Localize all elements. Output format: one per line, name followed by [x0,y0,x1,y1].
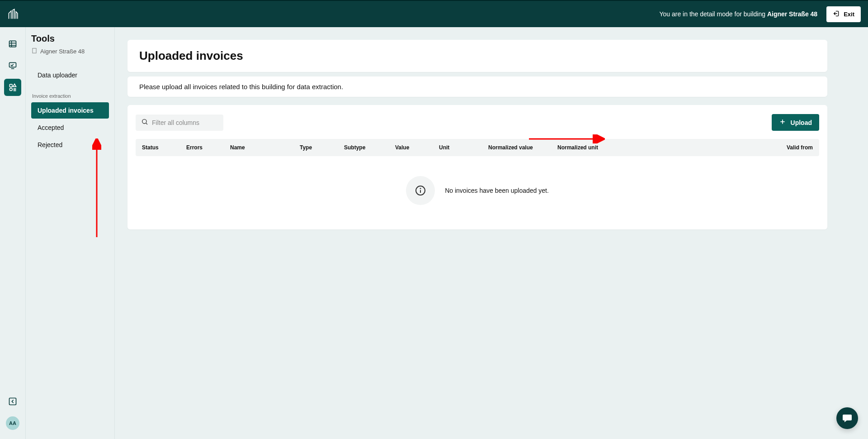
page-title: Uploaded invoices [139,49,816,63]
help-text: Please upload all invoices related to th… [139,83,343,91]
svg-line-22 [146,123,147,124]
info-icon [406,176,435,205]
top-bar: You are in the detail mode for building … [0,0,868,27]
sidebar-item-rejected[interactable]: Rejected [31,137,109,153]
table-header: Status Errors Name Type Subtype Value Un… [136,139,819,156]
title-card: Uploaded invoices [127,40,827,72]
nav-item-table[interactable] [4,35,21,52]
sidebar-item-data-uploader[interactable]: Data uploader [31,67,109,83]
help-card: Please upload all invoices related to th… [127,76,827,97]
svg-rect-7 [9,84,12,87]
svg-rect-14 [33,48,36,53]
exit-icon [833,10,840,19]
sidebar-group-label: Invoice extraction [31,84,109,102]
sidebar-building: Aigner Straße 48 [26,48,114,55]
svg-rect-13 [9,398,16,405]
svg-point-21 [142,119,146,123]
sidebar-title: Tools [26,33,114,44]
upload-button[interactable]: Upload [772,114,819,131]
table-toolbar: Upload [136,114,819,131]
mode-building-name: Aigner Straße 48 [767,10,817,18]
empty-state: No invoices have been uploaded yet. [136,156,819,220]
search-box[interactable] [136,115,223,131]
col-header-valid-from[interactable]: Valid from [627,144,813,151]
sidebar-item-accepted[interactable]: Accepted [31,119,109,136]
svg-point-9 [9,88,12,91]
col-header-name[interactable]: Name [230,144,300,151]
building-name: Aigner Straße 48 [40,48,85,55]
search-icon [141,118,148,127]
col-header-status[interactable]: Status [142,144,186,151]
table-card: Upload Status Errors Name Type Subtype V… [127,105,827,229]
col-header-errors[interactable]: Errors [186,144,230,151]
building-icon [31,48,38,55]
sidebar: Tools Aigner Straße 48 Data uploader Inv… [26,27,115,439]
nav-item-tools[interactable] [4,79,21,96]
col-header-type[interactable]: Type [300,144,344,151]
col-header-normalized-value[interactable]: Normalized value [488,144,557,151]
nav-item-monitor[interactable] [4,57,21,74]
search-input[interactable] [152,119,218,126]
col-header-subtype[interactable]: Subtype [344,144,395,151]
exit-button[interactable]: Exit [826,6,861,22]
user-avatar[interactable]: AA [6,416,19,430]
col-header-value[interactable]: Value [395,144,439,151]
col-header-normalized-unit[interactable]: Normalized unit [557,144,627,151]
plus-icon [779,118,786,127]
main-content: Uploaded invoices Please upload all invo… [115,27,868,439]
upload-label: Upload [791,119,812,126]
chat-widget-button[interactable] [836,407,858,429]
sidebar-item-uploaded-invoices[interactable]: Uploaded invoices [31,102,109,119]
svg-marker-8 [13,84,16,87]
exit-label: Exit [844,11,854,18]
mode-text: You are in the detail mode for building … [659,10,817,18]
svg-point-27 [420,188,421,189]
mode-text-prefix: You are in the detail mode for building [659,10,767,18]
avatar-initials: AA [9,420,16,426]
collapse-sidebar-button[interactable] [4,393,21,410]
empty-message: No invoices have been uploaded yet. [445,187,549,194]
svg-rect-1 [9,41,16,47]
app-logo[interactable] [7,8,20,20]
icon-rail: AA [0,27,26,439]
col-header-unit[interactable]: Unit [439,144,488,151]
